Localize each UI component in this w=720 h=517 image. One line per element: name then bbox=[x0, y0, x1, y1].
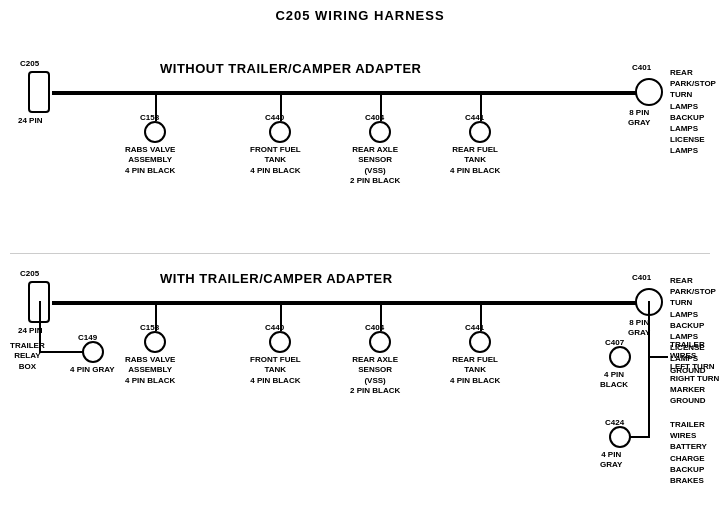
c205-top-label-above: C205 bbox=[20, 59, 39, 69]
c158-top-circle bbox=[144, 121, 166, 143]
c440-top-label-above: C440 bbox=[265, 113, 284, 123]
section1-label: WITHOUT TRAILER/CAMPER ADAPTER bbox=[160, 61, 422, 76]
c404-bot-circle bbox=[369, 331, 391, 353]
c424-circle bbox=[609, 426, 631, 448]
section2-label: WITH TRAILER/CAMPER ADAPTER bbox=[160, 271, 393, 286]
c440-bot-circle bbox=[269, 331, 291, 353]
c440-top-circle bbox=[269, 121, 291, 143]
c407-right-label: TRAILER WIRESLEFT TURNRIGHT TURNMARKERGR… bbox=[670, 339, 720, 406]
section-divider bbox=[10, 253, 710, 254]
c404-top-label-below: REAR AXLESENSOR(VSS)2 PIN BLACK bbox=[350, 145, 400, 187]
c401-top-circle bbox=[635, 78, 663, 106]
c401-top-right-label: REAR PARK/STOPTURN LAMPSBACKUP LAMPSLICE… bbox=[670, 67, 720, 157]
c404-top-label-above: C404 bbox=[365, 113, 384, 123]
c441-bot-label-below: REAR FUELTANK4 PIN BLACK bbox=[450, 355, 500, 386]
c424-vert-line bbox=[648, 356, 650, 436]
c205-top-label-below: 24 PIN bbox=[18, 116, 42, 126]
c440-bot-label-below: FRONT FUELTANK4 PIN BLACK bbox=[250, 355, 301, 386]
c149-label-below: 4 PIN GRAY bbox=[70, 365, 115, 375]
c440-bot-label-above: C440 bbox=[265, 323, 284, 333]
c401-top-label-below: 8 PINGRAY bbox=[628, 108, 650, 129]
c407-label-below: 4 PINBLACK bbox=[600, 370, 628, 391]
c404-bot-label-above: C404 bbox=[365, 323, 384, 333]
c158-top-label-below: RABS VALVEASSEMBLY4 PIN BLACK bbox=[125, 145, 175, 176]
wire-bot bbox=[52, 301, 650, 305]
c205-bot-label-above: C205 bbox=[20, 269, 39, 279]
c149-extra-label: TRAILERRELAYBOX bbox=[10, 341, 45, 372]
c424-right-label: TRAILER WIRESBATTERY CHARGEBACKUPBRAKES bbox=[670, 419, 720, 486]
c407-horiz-line bbox=[648, 356, 668, 358]
c404-bot-label-below: REAR AXLESENSOR(VSS)2 PIN BLACK bbox=[350, 355, 400, 397]
c441-top-label-below: REAR FUELTANK4 PIN BLACK bbox=[450, 145, 500, 176]
c424-label-below: 4 PINGRAY bbox=[600, 450, 622, 471]
c441-bot-circle bbox=[469, 331, 491, 353]
c401-bot-label-above: C401 bbox=[632, 273, 651, 283]
c424-label-above: C424 bbox=[605, 418, 624, 428]
c441-bot-label-above: C441 bbox=[465, 323, 484, 333]
c158-bot-label-below: RABS VALVEASSEMBLY4 PIN BLACK bbox=[125, 355, 175, 386]
c407-vert-line bbox=[648, 301, 650, 356]
c158-bot-circle bbox=[144, 331, 166, 353]
c158-bot-label-above: C158 bbox=[140, 323, 159, 333]
c407-label-above: C407 bbox=[605, 338, 624, 348]
c158-top-label-above: C158 bbox=[140, 113, 159, 123]
diagram-container: WITHOUT TRAILER/CAMPER ADAPTER C205 24 P… bbox=[0, 23, 720, 513]
c149-circle bbox=[82, 341, 104, 363]
c149-label-above: C149 bbox=[78, 333, 97, 343]
c440-top-label-below: FRONT FUELTANK4 PIN BLACK bbox=[250, 145, 301, 176]
c404-top-circle bbox=[369, 121, 391, 143]
c205-top-rect bbox=[28, 71, 50, 113]
wire-top bbox=[52, 91, 650, 95]
c401-top-label-above: C401 bbox=[632, 63, 651, 73]
c441-top-label-above: C441 bbox=[465, 113, 484, 123]
c424-horiz-line bbox=[630, 436, 650, 438]
page-title: C205 WIRING HARNESS bbox=[0, 0, 720, 23]
c407-circle bbox=[609, 346, 631, 368]
c441-top-circle bbox=[469, 121, 491, 143]
